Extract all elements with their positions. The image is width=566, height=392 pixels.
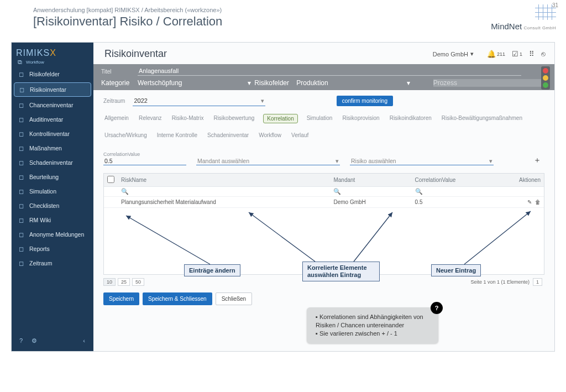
sidebar-item-ma-nahmen[interactable]: ◻Maßnahmen (12, 141, 93, 155)
correlation-table: RiskName Mandant CorrelationValue Aktion… (104, 174, 544, 208)
share-icon[interactable]: ⠿ (529, 50, 534, 58)
kategorie-label: Kategorie (101, 79, 134, 87)
sidebar-item-chanceninventar[interactable]: ◻Chanceninventar (12, 98, 93, 112)
sidebar-item-zeitraum[interactable]: ◻Zeitraum (12, 256, 93, 270)
tasks-icon[interactable]: ☑1 (512, 50, 522, 58)
sidebar-item-label: Zeitraum (29, 260, 52, 266)
tab-korrelation[interactable]: Korrelation (263, 114, 297, 123)
col-riskname[interactable]: RiskName (118, 174, 330, 187)
save-close-button[interactable]: Speichern & Schliessen (143, 292, 212, 305)
delete-icon[interactable]: 🗑 (535, 199, 541, 205)
sidebar-item-beurteilung[interactable]: ◻Beurteilung (12, 170, 93, 184)
tab-ursache-wirkung[interactable]: Ursache/Wirkung (103, 131, 148, 139)
sidebar-item-rm-wiki[interactable]: ◻RM Wiki (12, 213, 93, 227)
workflow-icon: ⧉ (16, 58, 24, 66)
sidebar-item-auditinventar[interactable]: ◻Auditinventar (12, 112, 93, 127)
wiki-icon: ◻ (17, 216, 25, 224)
sidebar-item-label: Simulation (29, 188, 56, 195)
sidebar-item-checklisten[interactable]: ◻Checklisten (12, 198, 93, 213)
sidebar-item-simulation[interactable]: ◻Simulation (12, 184, 93, 198)
tab-workflow[interactable]: Workflow (258, 131, 282, 139)
tab-risiko-matrix[interactable]: Risiko-Matrix (171, 114, 205, 123)
titel-value[interactable]: Anlagenausfall (138, 67, 521, 76)
sidebar-item-reports[interactable]: ◻Reports (12, 242, 93, 256)
check-icon: ◻ (17, 202, 25, 210)
search-icon[interactable]: 🔍 (121, 188, 129, 195)
tab-verlauf[interactable]: Verlauf (290, 131, 310, 139)
doc-title: [Risikoinventar] Risiko / Correlation (33, 14, 533, 29)
logout-icon[interactable]: ⎋ (541, 50, 546, 58)
anon-icon: ◻ (17, 231, 25, 238)
col-corr[interactable]: CorrelationValue (412, 174, 511, 187)
header-band: Titel Anlagenausfall (93, 64, 554, 79)
pagesize-50[interactable]: 50 (132, 278, 144, 286)
audit-icon: ◻ (17, 116, 25, 123)
collapse-icon[interactable]: ‹ (80, 337, 88, 344)
help-badge-icon: ? (431, 302, 443, 314)
search-icon[interactable]: 🔍 (333, 188, 341, 195)
help-icon[interactable]: ? (17, 337, 25, 344)
save-button[interactable]: Speichern (103, 292, 139, 305)
correlation-label: CorrelationValue (103, 151, 186, 157)
zeitraum-select[interactable]: 2022▾ (133, 96, 265, 106)
tooltip: ? ▪ Korrelationen sind Abhängigkeiten vo… (307, 307, 438, 343)
tab-relevanz[interactable]: Relevanz (138, 114, 163, 123)
gauge-icon: ◻ (17, 173, 25, 181)
sidebar-item-schadeninventar[interactable]: ◻Schadeninventar (12, 155, 93, 170)
kategorie-select[interactable]: Wertschöpfung ▾ (138, 79, 251, 87)
sidebar-item-label: Beurteilung (29, 174, 59, 180)
tab-risikobewertung[interactable]: Risikobewertung (212, 114, 255, 123)
app-logo: RIMIKSX ⧉Workflow (12, 46, 93, 67)
pagesize-25[interactable]: 25 (118, 278, 130, 286)
confirm-monitoring-button[interactable]: confirm monitoring (337, 96, 393, 106)
add-entry-button[interactable]: ＋ (533, 155, 544, 165)
tab-risikoindikatoren[interactable]: Risikoindikatoren (389, 114, 433, 123)
page-1[interactable]: 1 (533, 278, 542, 286)
tab-simulation[interactable]: Simulation (306, 114, 334, 123)
tab-risiko-bew-ltigungsma-nahmen[interactable]: Risiko-Bewältigungsmaßnahmen (441, 114, 523, 123)
control-icon: ◻ (17, 130, 25, 138)
correlation-input[interactable]: 0.5 (103, 157, 186, 165)
pager-info: Seite 1 von 1 (1 Elemente) (470, 279, 530, 285)
search-icon[interactable]: 🔍 (415, 188, 423, 195)
select-all-checkbox[interactable] (107, 176, 114, 183)
callout-change: Einträge ändern (184, 264, 240, 276)
sidebar-item-label: Chanceninventar (29, 102, 73, 108)
calendar-icon: ◻ (17, 259, 25, 267)
sidebar-item-label: Risikofelder (29, 71, 60, 77)
sidebar-item-kontrollinventar[interactable]: ◻Kontrollinventar (12, 127, 93, 141)
org-selector[interactable]: Demo GmbH▾ (433, 50, 474, 58)
main-pane: Risikoinventar Demo GmbH▾ 🔔211 ☑1 ⠿ ⎋ Ti… (93, 43, 554, 351)
bell-icon[interactable]: 🔔211 (487, 50, 505, 58)
traffic-light (541, 66, 550, 90)
sidebar-item-risikofelder[interactable]: ◻Risikofelder (12, 67, 93, 81)
sidebar-item-anonyme-meldungen[interactable]: ◻Anonyme Meldungen (12, 227, 93, 242)
list-icon: ◻ (18, 86, 25, 93)
sidebar-item-risikoinventar[interactable]: ◻Risikoinventar (14, 82, 91, 97)
tab-schadeninventar[interactable]: Schadeninventar (206, 131, 250, 139)
close-button[interactable]: Schließen (216, 292, 252, 305)
mindnet-logo: MindNet Consult GmbH (491, 4, 556, 31)
edit-icon[interactable]: ✎ (527, 199, 532, 205)
pagesize-10[interactable]: 10 (103, 278, 116, 286)
sim-icon: ◻ (17, 187, 25, 195)
sidebar: RIMIKSX ⧉Workflow ◻Risikofelder◻Risikoin… (12, 43, 93, 351)
tabs: AllgemeinRelevanzRisiko-MatrixRisikobewe… (93, 108, 554, 143)
col-mandant[interactable]: Mandant (330, 174, 411, 187)
tab-allgemein[interactable]: Allgemein (103, 114, 130, 123)
sidebar-item-label: Auditinventar (29, 116, 63, 123)
risikofelder-select[interactable]: Produktion ▾ (296, 79, 410, 87)
target-icon: ◻ (17, 70, 25, 78)
risiko-select[interactable]: Risiko auswählen▾ (350, 157, 494, 165)
table-row: Planungsunsicherheit MaterialaufwandDemo… (104, 197, 544, 208)
page-title: Risikoinventar (104, 48, 167, 60)
settings-icon[interactable]: ⚙ (30, 337, 38, 344)
titel-label: Titel (101, 69, 134, 75)
tab-risikoprovision[interactable]: Risikoprovision (341, 114, 380, 123)
app-frame: RIMIKSX ⧉Workflow ◻Risikofelder◻Risikoin… (11, 42, 555, 352)
sidebar-item-label: RM Wiki (29, 217, 51, 223)
prozess-select[interactable]: Prozess▾ (433, 79, 547, 87)
mandant-select[interactable]: Mandant auswählen▾ (196, 157, 340, 165)
sidebar-item-label: Risikoinventar (30, 86, 66, 93)
tab-interne-kontrolle[interactable]: Interne Kontrolle (156, 131, 198, 139)
